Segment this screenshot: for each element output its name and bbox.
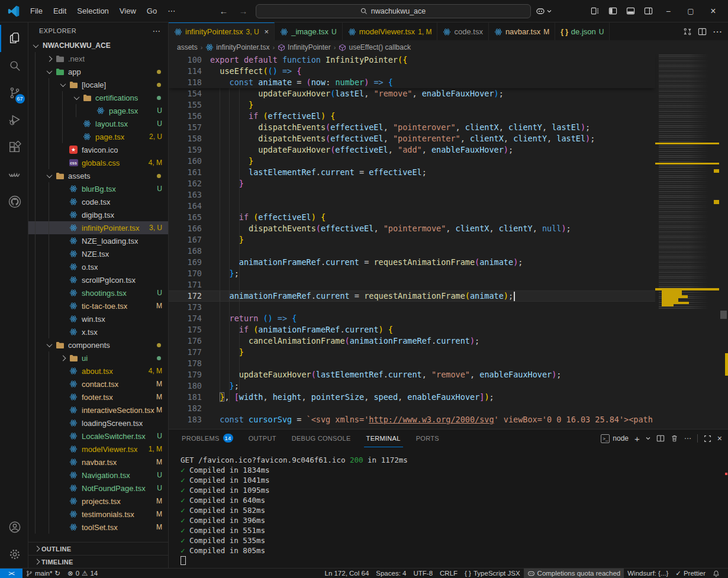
line-number[interactable]: 170 bbox=[169, 268, 202, 279]
tree-item-blurbg-tsx[interactable]: blurBg.tsxU bbox=[28, 182, 168, 195]
tree-item-x-tsx[interactable]: x.tsx bbox=[28, 325, 168, 338]
tree-item-ui[interactable]: ui bbox=[28, 351, 168, 364]
menu-file[interactable]: File bbox=[25, 4, 48, 18]
tree-item-testimonials-tsx[interactable]: testimonials.tsxM bbox=[28, 508, 168, 521]
line-number[interactable]: 163 bbox=[169, 189, 202, 201]
eol[interactable]: CRLF bbox=[436, 569, 461, 578]
tree-item-assets[interactable]: assets bbox=[28, 169, 168, 182]
github-activity-button[interactable] bbox=[0, 188, 28, 215]
formatter-status[interactable]: ✓Prettier bbox=[672, 569, 709, 578]
tree-item-win-tsx[interactable]: win.tsx bbox=[28, 312, 168, 325]
tree-item-about-tsx[interactable]: about.tsx4, M bbox=[28, 364, 168, 377]
tree-item-favicon-ico[interactable]: ★favicon.ico bbox=[28, 143, 168, 156]
close-tab-icon[interactable]: × bbox=[265, 27, 269, 36]
customize-layout-icon[interactable] bbox=[587, 4, 603, 19]
tree-item-interactivesection-tsx[interactable]: interactiveSection.tsxM bbox=[28, 403, 168, 416]
tree-item-contact-tsx[interactable]: contact.tsxM bbox=[28, 377, 168, 390]
line-number[interactable]: 178 bbox=[169, 358, 202, 369]
tab-modelviewer-tsx[interactable]: modelViewer.tsx1, M bbox=[343, 22, 438, 40]
sidebar-more-actions-icon[interactable]: ⋯ bbox=[153, 26, 161, 35]
tree-item-navbar-tsx[interactable]: navbar.tsxM bbox=[28, 456, 168, 469]
tree-item-components[interactable]: components bbox=[28, 338, 168, 351]
close-panel-icon[interactable]: × bbox=[717, 434, 722, 443]
terminal-dropdown-icon[interactable] bbox=[646, 436, 650, 441]
minimap[interactable] bbox=[655, 54, 719, 429]
toggle-primary-sidebar-icon[interactable] bbox=[605, 4, 620, 19]
split-terminal-icon[interactable] bbox=[656, 434, 665, 443]
line-number[interactable]: 154 bbox=[169, 88, 202, 99]
panel-tab-debug-console[interactable]: DEBUG CONSOLE bbox=[289, 430, 353, 447]
command-center-search[interactable]: nwachukwu_ace bbox=[256, 4, 531, 18]
terminal-profile[interactable]: >_ node bbox=[601, 434, 629, 443]
tree-item-digibg-tsx[interactable]: digibg.tsx bbox=[28, 208, 168, 221]
panel-tab-output[interactable]: OUTPUT bbox=[246, 430, 279, 447]
more-actions-icon[interactable]: ⋯ bbox=[713, 26, 722, 37]
tree-item-code-tsx[interactable]: code.tsx bbox=[28, 195, 168, 208]
tree-item-page-tsx[interactable]: page.tsx2, U bbox=[28, 130, 168, 143]
scrollbar-thumb[interactable] bbox=[720, 311, 727, 319]
language-mode[interactable]: { }TypeScript JSX bbox=[461, 569, 524, 578]
run-debug-activity-button[interactable] bbox=[0, 106, 28, 134]
panel-more-actions-icon[interactable]: ⋯ bbox=[684, 434, 691, 443]
tree-item-projects-tsx[interactable]: projects.tsxM bbox=[28, 495, 168, 508]
tab-code-tsx[interactable]: code.tsx bbox=[437, 22, 488, 40]
maximize-panel-icon[interactable] bbox=[704, 435, 711, 443]
split-editor-icon[interactable] bbox=[698, 27, 707, 36]
menu-view[interactable]: View bbox=[114, 4, 141, 18]
line-number[interactable]: 168 bbox=[169, 246, 202, 257]
panel-tab-ports[interactable]: PORTS bbox=[414, 430, 442, 447]
tree-item-notfoundpage-tsx[interactable]: NotFoundPage.tsxU bbox=[28, 482, 168, 495]
menu-selection[interactable]: Selection bbox=[72, 4, 114, 18]
line-number[interactable]: 165 bbox=[169, 212, 202, 223]
line-number[interactable]: 182 bbox=[169, 403, 202, 414]
toggle-panel-icon[interactable] bbox=[623, 4, 638, 19]
tree-item-app[interactable]: app bbox=[28, 65, 168, 78]
menu-more[interactable]: ⋯ bbox=[162, 4, 181, 18]
problems-status[interactable]: ⊗ 0 ⚠ 14 bbox=[64, 569, 101, 578]
tree-item-toolset-tsx[interactable]: toolSet.tsxM bbox=[28, 521, 168, 534]
copilot-status[interactable]: Completions quota reached bbox=[524, 569, 624, 578]
tree-item-nze-tsx[interactable]: NZE.tsx bbox=[28, 247, 168, 260]
menu-edit[interactable]: Edit bbox=[48, 4, 72, 18]
line-number[interactable]: 161 bbox=[169, 167, 202, 178]
notifications[interactable] bbox=[709, 569, 723, 578]
remote-indicator[interactable]: >< bbox=[0, 569, 22, 578]
kill-terminal-trash-icon[interactable] bbox=[671, 434, 678, 443]
tree-item-layout-tsx[interactable]: layout.tsxU bbox=[28, 117, 168, 130]
line-number[interactable]: 114 bbox=[169, 66, 202, 77]
tab-de-json[interactable]: { }de.jsonU bbox=[555, 22, 610, 40]
extensions-activity-button[interactable] bbox=[0, 134, 28, 161]
line-number[interactable]: 171 bbox=[169, 279, 202, 290]
menu-go[interactable]: Go bbox=[141, 4, 162, 18]
line-number[interactable]: 166 bbox=[169, 223, 202, 234]
tree-item-infinitypointer-tsx[interactable]: infinityPointer.tsx3, U bbox=[28, 221, 168, 234]
line-number[interactable]: 167 bbox=[169, 234, 202, 246]
line-number[interactable]: 157 bbox=[169, 122, 202, 133]
tree-item-footer-tsx[interactable]: footer.tsxM bbox=[28, 390, 168, 403]
tab--image-tsx[interactable]: _image.tsxU bbox=[275, 22, 343, 40]
line-number[interactable]: 174 bbox=[169, 313, 202, 324]
line-number[interactable]: 118 bbox=[169, 77, 202, 88]
timeline-section[interactable]: TIMELINE bbox=[28, 555, 168, 568]
tree-item-localeswitcher-tsx[interactable]: LocaleSwitcher.tsxU bbox=[28, 430, 168, 443]
line-number[interactable]: 175 bbox=[169, 324, 202, 335]
source-control-activity-button[interactable]: 67 bbox=[0, 79, 28, 106]
line-number[interactable]: 179 bbox=[169, 369, 202, 380]
line-number[interactable]: 181 bbox=[169, 392, 202, 403]
windsurf-status[interactable]: Windsurf: {...} bbox=[624, 569, 672, 578]
line-number[interactable]: 183 bbox=[169, 414, 202, 425]
tree-item-loadingscreen-tsx[interactable]: loadingScreen.tsx bbox=[28, 416, 168, 430]
line-number[interactable]: 173 bbox=[169, 302, 202, 313]
line-number[interactable]: 172 bbox=[169, 290, 202, 302]
panel-tab-terminal[interactable]: TERMINAL bbox=[364, 430, 403, 447]
line-number[interactable]: 176 bbox=[169, 335, 202, 347]
toggle-secondary-sidebar-icon[interactable] bbox=[640, 4, 656, 19]
tree-item-certifications[interactable]: certifications bbox=[28, 91, 168, 104]
breadcrumb-item[interactable]: assets bbox=[177, 43, 198, 51]
line-number[interactable]: 159 bbox=[169, 144, 202, 156]
windsurf-activity-button[interactable] bbox=[0, 161, 28, 188]
tree-item--locale-[interactable]: [locale] bbox=[28, 78, 168, 91]
tree-item-o-tsx[interactable]: o.tsx bbox=[28, 260, 168, 273]
tree-root-row[interactable]: NWACHUKWU_ACE bbox=[28, 39, 168, 52]
panel-tab-problems[interactable]: PROBLEMS14 bbox=[179, 430, 236, 447]
